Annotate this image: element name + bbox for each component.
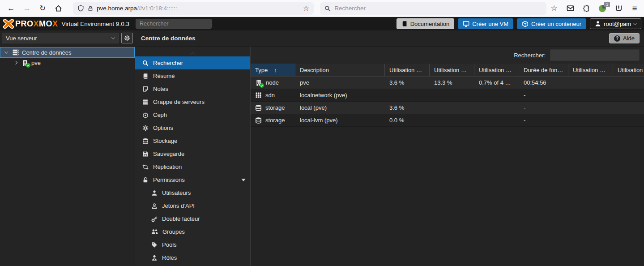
menu-label: Notes <box>153 86 168 92</box>
cube-icon <box>522 21 529 27</box>
menu-item-permissions[interactable]: Permissions <box>135 173 250 186</box>
cell-type: node <box>266 79 279 86</box>
tree-item-label: pve <box>31 60 41 66</box>
cell-utilisation-5 <box>613 77 644 89</box>
table-search-input[interactable] <box>550 49 640 61</box>
gear-icon <box>142 125 149 131</box>
menu-item-sauvegarde[interactable]: Sauvegarde <box>135 147 250 160</box>
user-menu-label: root@pam <box>604 21 631 27</box>
column-header-type[interactable]: Type↑ <box>251 64 295 77</box>
menu-item-rechercher[interactable]: Rechercher <box>135 56 250 69</box>
home-icon[interactable] <box>52 2 65 15</box>
workspace: Vue serveur Centre de données <box>0 30 644 266</box>
create-container-button[interactable]: Créer un conteneur <box>517 18 586 29</box>
mail-extension-icon[interactable] <box>565 4 575 13</box>
column-header-utilisation-5[interactable]: Utilisation <box>613 64 644 77</box>
column-header-utilisation-1[interactable]: Utilisation … <box>385 64 430 77</box>
cell-utilisation-1: 3.6 % <box>385 102 430 114</box>
column-header-uptime[interactable]: Durée de fon… <box>519 64 568 77</box>
table-row-storage-local-lvm[interactable]: storage local-lvm (pve) 0.0 % - <box>251 114 644 127</box>
cell-type: storage <box>265 117 285 124</box>
cell-utilisation-3 <box>474 89 519 101</box>
adblock-extension-icon[interactable]: 1 <box>597 4 607 13</box>
column-header-description[interactable]: Description <box>295 64 385 77</box>
browser-search-bar[interactable] <box>320 2 546 15</box>
menu-item-jetons-api[interactable]: Jetons d’API <box>135 199 250 212</box>
menu-label: Groupes <box>162 228 185 235</box>
main-area: Centre de données ? Aide Rechercher Résu… <box>135 30 644 266</box>
menu-item-pools[interactable]: Pools <box>135 238 250 251</box>
url-text[interactable]: pve.home.arpa/#v1:0:18:4:::::: <box>97 5 300 12</box>
menu-hamburger-icon[interactable]: ≡ <box>630 4 640 13</box>
cell-utilisation-3 <box>474 114 519 126</box>
bookmark-star-icon[interactable]: ☆ <box>303 4 309 13</box>
tree-item-datacenter[interactable]: Centre de données <box>0 47 135 58</box>
browser-search-input[interactable] <box>334 5 542 12</box>
pocket-star-icon[interactable]: ☆ <box>549 4 559 13</box>
user-menu-button[interactable]: root@pam <box>590 18 641 29</box>
retweet-icon <box>142 164 149 170</box>
menu-item-utilisateurs[interactable]: Utilisateurs <box>135 186 250 199</box>
resource-tree: Centre de données pve <box>0 47 135 68</box>
url-bar[interactable]: pve.home.arpa/#v1:0:18:4:::::: ☆ <box>73 2 314 15</box>
menu-item-cluster[interactable]: Grappe de serveurs <box>135 95 250 108</box>
menu-item-roles[interactable]: Rôles <box>135 251 250 264</box>
menu-item-stockage[interactable]: Stockage <box>135 134 250 147</box>
forward-icon[interactable]: → <box>20 2 33 15</box>
extensions-puzzle-icon[interactable] <box>581 4 591 13</box>
cell-utilisation-1: 3.6 % <box>385 77 430 89</box>
unlock-icon <box>142 177 149 183</box>
help-button[interactable]: ? Aide <box>609 33 640 43</box>
cell-utilisation-4 <box>568 89 613 101</box>
view-select[interactable]: Vue serveur <box>2 33 119 43</box>
cell-utilisation-5 <box>613 89 644 101</box>
tree-item-pve[interactable]: pve <box>0 58 135 68</box>
menu-label: Résumé <box>153 73 175 79</box>
menu-item-notes[interactable]: Notes <box>135 82 250 95</box>
user-icon <box>595 21 601 27</box>
resources-table: Type↑ Description Utilisation … Utilisat… <box>251 64 644 127</box>
wayback-machine-icon[interactable] <box>614 4 623 13</box>
cell-uptime: - <box>519 89 568 101</box>
tree-settings-button[interactable] <box>121 33 133 43</box>
back-icon[interactable]: ← <box>4 2 17 15</box>
cell-utilisation-2 <box>430 89 474 101</box>
table-row-sdn-localnetwork[interactable]: sdn localnetwork (pve) - <box>251 89 644 102</box>
user-outline-icon <box>151 203 158 209</box>
resource-tree-panel: Vue serveur Centre de données <box>0 30 135 266</box>
table-search-label: Rechercher: <box>514 52 546 59</box>
node-icon <box>255 79 262 86</box>
create-vm-button[interactable]: Créer une VM <box>458 18 513 29</box>
cell-uptime: - <box>519 114 568 126</box>
cell-utilisation-4 <box>568 77 613 89</box>
expander-right-icon[interactable] <box>13 61 19 64</box>
reload-icon[interactable]: ↻ <box>36 2 49 15</box>
column-header-utilisation-2[interactable]: Utilisation … <box>430 64 474 77</box>
menu-item-groupes[interactable]: Groupes <box>135 225 250 238</box>
chevron-down-icon <box>633 21 637 25</box>
column-header-utilisation-4[interactable]: Utilisation … <box>568 64 613 77</box>
cell-utilisation-5 <box>613 114 644 126</box>
documentation-button[interactable]: Documentation <box>397 18 454 29</box>
table-row-storage-local[interactable]: storage local (pve) 3.6 % - <box>251 102 644 114</box>
menu-item-replication[interactable]: Réplication <box>135 160 250 173</box>
cell-type: storage <box>265 104 285 111</box>
column-header-utilisation-3[interactable]: Utilisation … <box>474 64 519 77</box>
menu-item-resume[interactable]: Résumé <box>135 69 250 82</box>
collapse-caret-icon[interactable] <box>241 179 246 181</box>
book-icon <box>401 21 408 27</box>
scroll-up-indicator[interactable] <box>135 49 250 56</box>
ceph-icon <box>142 112 149 118</box>
menu-item-ceph[interactable]: Ceph <box>135 108 250 121</box>
menu-item-options[interactable]: Options <box>135 121 250 134</box>
menu-item-double-facteur[interactable]: Double facteur <box>135 212 250 225</box>
page-title: Centre de données <box>141 35 196 42</box>
menu-label: Rechercher <box>153 60 183 66</box>
node-icon <box>21 59 29 66</box>
tracking-shield-icon[interactable] <box>77 5 84 12</box>
pve-search-input[interactable] <box>136 19 212 29</box>
lock-icon[interactable] <box>87 5 94 12</box>
table-row-node-pve[interactable]: node pve 3.6 % 13.3 % 0.7% of 4 … 00:54:… <box>251 77 644 89</box>
expander-down-icon[interactable] <box>3 51 9 54</box>
sdn-grid-icon <box>255 92 262 99</box>
